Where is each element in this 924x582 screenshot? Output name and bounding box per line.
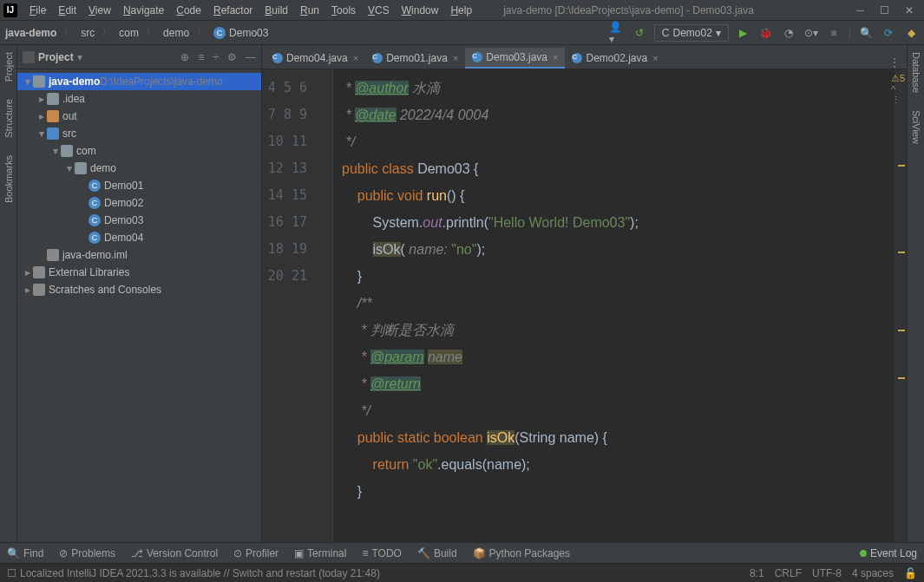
tool-terminal[interactable]: ▣Terminal: [294, 547, 346, 559]
hide-icon[interactable]: —: [246, 51, 256, 63]
expand-all-icon[interactable]: ≡: [198, 51, 204, 63]
profile-icon[interactable]: ⊙▾: [803, 25, 819, 41]
tool-todo[interactable]: ≡TODO: [362, 547, 401, 559]
settings-icon[interactable]: ⚙: [227, 51, 237, 63]
run-config-label: Demo02: [673, 27, 712, 39]
stop-icon[interactable]: ■: [826, 25, 842, 41]
status-cell[interactable]: CRLF: [775, 567, 802, 579]
tool-window-database[interactable]: Database: [911, 52, 921, 93]
class-icon: C: [272, 53, 283, 63]
tool-python-packages[interactable]: 📦Python Packages: [473, 547, 570, 559]
tree-item[interactable]: java-demo.iml: [17, 246, 261, 264]
status-message[interactable]: Localized IntelliJ IDEA 2021.3.3 is avai…: [20, 567, 380, 579]
tool-find[interactable]: 🔍Find: [7, 547, 43, 559]
close-icon[interactable]: ✕: [905, 4, 914, 16]
chevron-down-icon[interactable]: ▾: [77, 51, 82, 63]
breadcrumb-item[interactable]: demo: [163, 27, 189, 39]
menu-vcs[interactable]: VCS: [363, 3, 395, 18]
tree-item[interactable]: CDemo02: [17, 194, 261, 212]
menu-navigate[interactable]: Navigate: [118, 3, 169, 18]
close-tab-icon[interactable]: ×: [652, 53, 658, 63]
iml-icon: [47, 249, 59, 261]
menu-help[interactable]: Help: [445, 3, 477, 18]
menu-window[interactable]: Window: [396, 3, 444, 18]
tool-problems[interactable]: ⊘Problems: [59, 547, 115, 559]
folder-icon: [47, 93, 59, 105]
search-icon[interactable]: 🔍: [858, 25, 874, 41]
ide-scripting-icon[interactable]: ◆: [903, 25, 919, 41]
collapse-all-icon[interactable]: ÷: [213, 51, 219, 63]
minimize-icon[interactable]: ─: [856, 4, 864, 16]
menu-file[interactable]: File: [24, 3, 51, 18]
tool-label: Build: [434, 547, 457, 559]
menu-edit[interactable]: Edit: [53, 3, 82, 18]
menu-view[interactable]: View: [83, 3, 116, 18]
tool-version-control[interactable]: ⎇Version Control: [131, 547, 218, 559]
status-cell[interactable]: UTF-8: [812, 567, 842, 579]
tree-item[interactable]: ▾src: [17, 125, 261, 142]
status-cell[interactable]: 8:1: [750, 567, 764, 579]
tree-item[interactable]: ▾java-demo D:\IdeaProjects\java-demo: [17, 73, 261, 90]
maximize-icon[interactable]: ☐: [880, 4, 889, 16]
user-icon[interactable]: 👤▾: [609, 25, 625, 41]
fold-gutter: [314, 69, 333, 542]
debug-icon[interactable]: 🐞: [758, 25, 774, 41]
coverage-icon[interactable]: ◔: [781, 25, 796, 41]
tree-item[interactable]: ▸out: [17, 108, 261, 125]
editor-area: CDemo04.java×CDemo01.java×CDemo03.java×C…: [262, 45, 907, 542]
hammer-icon[interactable]: ↺: [632, 25, 647, 41]
tree-item[interactable]: CDemo03: [17, 212, 261, 229]
event-log-button[interactable]: Event Log: [870, 547, 917, 559]
class-icon: C: [662, 27, 670, 39]
tool-window-sciview[interactable]: SciView: [911, 110, 921, 144]
menu-code[interactable]: Code: [171, 3, 206, 18]
tree-item-label: demo: [90, 162, 116, 174]
code-editor[interactable]: * @author 水滴 * @date 2022/4/4 0004 */pub…: [333, 69, 895, 542]
project-sidebar-header: Project ▾ ⊕ ≡ ÷ ⚙ —: [17, 45, 261, 69]
breadcrumb-item[interactable]: com: [119, 27, 139, 39]
tree-item-label: Demo04: [104, 232, 143, 244]
class-icon: C: [88, 214, 101, 226]
class-icon: C: [88, 197, 101, 209]
lock-icon[interactable]: 🔓: [904, 567, 917, 579]
tool-window-project[interactable]: Project: [3, 52, 14, 82]
editor-tab[interactable]: CDemo03.java×: [465, 48, 565, 69]
warnings-indicator[interactable]: ⚠5 ^ ⋮: [891, 73, 905, 106]
close-tab-icon[interactable]: ×: [553, 52, 558, 62]
menu-run[interactable]: Run: [295, 3, 324, 18]
tree-item-label: out: [62, 110, 77, 122]
tree-item[interactable]: CDemo04: [17, 229, 261, 246]
tool-window-structure[interactable]: Structure: [3, 99, 14, 138]
menu-build[interactable]: Build: [259, 3, 293, 18]
tree-item[interactable]: ▸Scratches and Consoles: [17, 281, 261, 298]
tree-item[interactable]: CDemo01: [17, 177, 261, 194]
tree-item[interactable]: ▸External Libraries: [17, 264, 261, 281]
tree-item[interactable]: ▾com: [17, 142, 261, 160]
run-config-selector[interactable]: C Demo02 ▾: [654, 24, 729, 42]
tool-profiler[interactable]: ⊙Profiler: [233, 547, 279, 559]
menu-refactor[interactable]: Refactor: [208, 3, 258, 18]
run-icon[interactable]: ▶: [736, 25, 751, 41]
breadcrumb-item[interactable]: Demo03: [229, 27, 268, 39]
tool-build[interactable]: 🔨Build: [417, 547, 457, 559]
tree-item-label: Scratches and Consoles: [49, 284, 161, 296]
sync-icon[interactable]: ⟳: [881, 25, 896, 41]
editor-tab[interactable]: CDemo02.java×: [565, 48, 665, 69]
tree-item[interactable]: ▸.idea: [17, 90, 261, 108]
tree-item-label: src: [62, 128, 76, 140]
editor-tab[interactable]: CDemo01.java×: [365, 48, 465, 69]
tool-window-bookmarks[interactable]: Bookmarks: [3, 155, 14, 203]
tree-item[interactable]: ▾demo: [17, 160, 261, 177]
error-stripe[interactable]: ⚠5 ^ ⋮: [895, 69, 907, 542]
select-opened-icon[interactable]: ⊕: [180, 51, 189, 63]
menu-tools[interactable]: Tools: [326, 3, 361, 18]
breadcrumb-item[interactable]: src: [81, 27, 95, 39]
tool-label: Problems: [71, 547, 115, 559]
tab-more-icon[interactable]: ⋮: [882, 56, 907, 69]
status-cell[interactable]: 4 spaces: [852, 567, 894, 579]
breadcrumb-item[interactable]: java-demo: [5, 27, 56, 39]
close-tab-icon[interactable]: ×: [353, 53, 358, 63]
close-tab-icon[interactable]: ×: [453, 53, 458, 63]
tree-item-label: Demo01: [104, 180, 143, 192]
editor-tab[interactable]: CDemo04.java×: [265, 48, 365, 69]
